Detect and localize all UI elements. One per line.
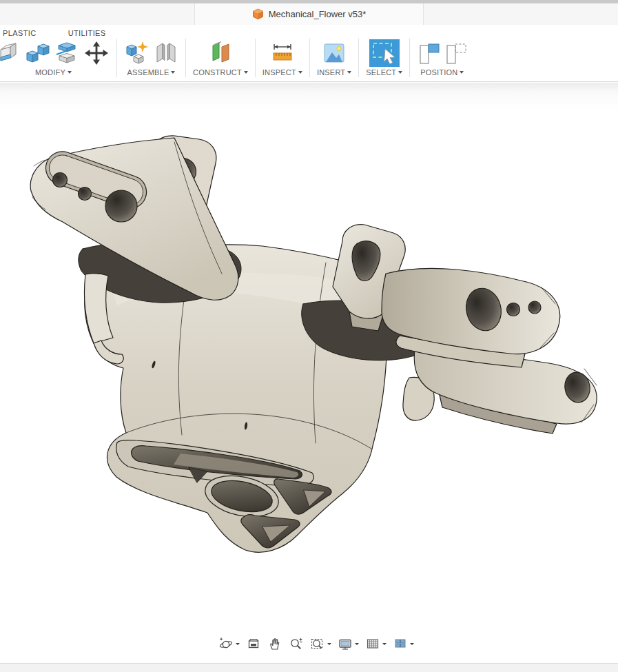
ribbon-toolbar: PLASTIC UTILITIES (0, 25, 618, 82)
chevron-down-icon (171, 71, 175, 74)
new-component-icon[interactable] (124, 40, 150, 66)
combine-icon[interactable] (24, 41, 50, 65)
chevron-down-icon (355, 643, 359, 645)
chevron-down-icon (347, 71, 351, 74)
construction-plane-icon[interactable] (207, 40, 234, 66)
timeline-strip (0, 663, 618, 672)
joint-icon[interactable] (154, 40, 178, 66)
fit-button[interactable] (308, 635, 333, 652)
group-insert: INSERT (310, 39, 359, 77)
pan-button[interactable] (265, 635, 285, 652)
orbit-icon (218, 636, 234, 651)
grid-snaps-button[interactable] (363, 635, 389, 652)
group-assemble: ASSEMBLE (117, 39, 186, 77)
revert-position-icon[interactable] (444, 40, 467, 66)
chevron-down-icon (68, 71, 72, 74)
press-pull-icon[interactable] (0, 41, 21, 65)
ribbon-groups: MODIFY (0, 39, 618, 77)
insert-image-icon[interactable] (321, 41, 347, 65)
pan-hand-icon (267, 636, 282, 651)
fusion-window: Mechanical_Flower v53* PLASTIC UTILITIES (0, 0, 618, 672)
move-icon[interactable] (83, 40, 110, 66)
position-dropdown[interactable]: POSITION (420, 68, 464, 77)
split-body-icon[interactable] (54, 40, 80, 66)
chevron-down-icon (327, 643, 331, 645)
construct-dropdown[interactable]: CONSTRUCT (193, 68, 248, 77)
select-dropdown[interactable]: SELECT (366, 68, 402, 77)
fit-view-icon (310, 636, 325, 651)
view-navigation-bar (212, 635, 420, 653)
look-at-button[interactable] (244, 635, 263, 652)
select-tool-icon[interactable] (369, 39, 400, 67)
chevron-down-icon (298, 71, 302, 74)
grid-icon (365, 636, 380, 651)
model-3d[interactable] (0, 83, 618, 663)
tab-plastic[interactable]: PLASTIC (3, 29, 37, 39)
chevron-down-icon (398, 71, 402, 74)
modify-dropdown[interactable]: MODIFY (35, 68, 72, 77)
chevron-down-icon (410, 643, 414, 645)
viewports-button[interactable] (391, 635, 416, 652)
group-modify: MODIFY (0, 39, 117, 77)
inspect-dropdown[interactable]: INSPECT (262, 68, 302, 77)
group-select: SELECT (359, 39, 410, 77)
title-bar: Mechanical_Flower v53* (0, 3, 618, 25)
chevron-down-icon (460, 71, 464, 74)
orbit-button[interactable] (216, 635, 242, 652)
zoom-button[interactable] (287, 635, 306, 652)
document-title: Mechanical_Flower v53* (269, 9, 367, 19)
zoom-icon (289, 636, 304, 651)
viewports-icon (393, 636, 408, 651)
look-at-icon (246, 636, 261, 651)
document-cube-icon (252, 8, 264, 20)
group-inspect: INSPECT (256, 39, 310, 77)
display-settings-icon (338, 636, 353, 651)
chevron-down-icon (236, 643, 240, 645)
document-tab[interactable]: Mechanical_Flower v53* (194, 3, 424, 25)
chevron-down-icon (244, 71, 248, 74)
insert-dropdown[interactable]: INSERT (317, 68, 351, 77)
ribbon-tab-row: PLASTIC UTILITIES (0, 25, 618, 39)
group-position: POSITION (410, 39, 474, 77)
measure-icon[interactable] (269, 41, 296, 65)
display-settings-button[interactable] (336, 635, 361, 652)
assemble-dropdown[interactable]: ASSEMBLE (127, 68, 176, 77)
tab-utilities[interactable]: UTILITIES (68, 29, 106, 39)
group-construct: CONSTRUCT (186, 39, 256, 77)
3d-viewport-canvas[interactable] (0, 83, 618, 663)
chevron-down-icon (382, 643, 387, 645)
capture-position-icon[interactable] (417, 40, 440, 66)
